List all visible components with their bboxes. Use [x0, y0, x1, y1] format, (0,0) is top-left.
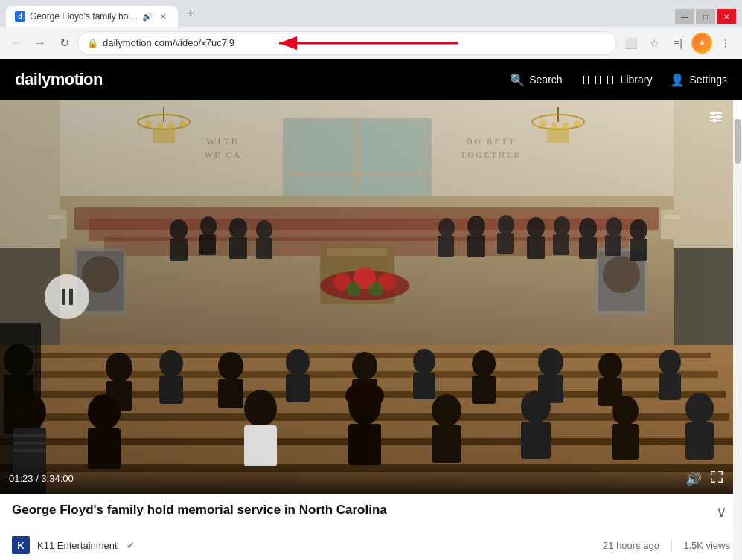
svg-point-130: [711, 112, 715, 115]
library-icon: ⫼⫼⫼: [581, 73, 616, 86]
refresh-button[interactable]: ↻: [54, 33, 74, 54]
video-info: George Floyd's family hold memorial serv…: [0, 494, 742, 530]
play-pause-button[interactable]: [45, 274, 89, 319]
dm-logo: dailymotion: [15, 70, 103, 89]
search-icon: 🔍: [510, 73, 525, 87]
new-tab-button[interactable]: +: [181, 3, 201, 25]
svg-point-132: [713, 119, 717, 123]
svg-rect-138: [711, 478, 712, 483]
minimize-button[interactable]: —: [675, 9, 694, 24]
profile-avatar: ★: [693, 34, 711, 52]
active-tab[interactable]: d George Floyd's family hol... 🔊 ×: [6, 6, 178, 27]
forward-button[interactable]: →: [30, 33, 51, 54]
close-button[interactable]: ✕: [717, 9, 736, 24]
dm-nav: 🔍 Search ⫼⫼⫼ Library 👤 Settings: [510, 73, 727, 87]
video-time: 01:23 / 3:34:00: [9, 473, 74, 484]
meta-separator: |: [670, 538, 673, 552]
nav-settings[interactable]: 👤 Settings: [670, 73, 727, 87]
video-meta: K K11 Entertainment ✔ 21 hours ago | 1.5…: [0, 530, 742, 560]
video-controls: 01:23 / 3:34:00 🔊: [0, 463, 733, 494]
svg-rect-134: [711, 471, 712, 475]
profile-button[interactable]: ★: [691, 33, 712, 54]
video-title: George Floyd's family hold memorial serv…: [12, 503, 387, 518]
window-controls: — □ ✕: [675, 9, 736, 27]
tab-favicon: d: [15, 11, 25, 22]
menu-button[interactable]: ⋮: [715, 33, 736, 54]
expand-button[interactable]: ∨: [713, 503, 730, 521]
tab-title: George Floyd's family hol...: [30, 11, 138, 22]
person-icon: 👤: [670, 73, 685, 87]
volume-button[interactable]: 🔊: [685, 471, 702, 487]
video-time-ago: 21 hours ago: [603, 540, 659, 551]
toolbar-right: ⬜ ☆ ≡| ★ ⋮: [620, 33, 736, 54]
video-scene[interactable]: WITH WE CA DO BETT TOGETHER: [0, 100, 733, 494]
svg-rect-140: [722, 478, 723, 483]
nav-library[interactable]: ⫼⫼⫼ Library: [581, 73, 653, 86]
maximize-button[interactable]: □: [696, 9, 715, 24]
svg-point-131: [717, 115, 721, 119]
nav-search[interactable]: 🔍 Search: [510, 73, 562, 87]
lock-icon: 🔒: [87, 38, 98, 48]
svg-rect-136: [722, 471, 723, 475]
channel-name[interactable]: K11 Entertainment: [37, 540, 118, 551]
address-bar[interactable]: 🔒 dailymotion.com/video/x7uc7l9: [77, 31, 617, 55]
bookmark-button[interactable]: ☆: [644, 33, 665, 54]
pause-icon: [62, 289, 73, 305]
extensions-button[interactable]: ≡|: [668, 33, 688, 54]
url-input[interactable]: dailymotion.com/video/x7uc7l9: [103, 37, 607, 48]
video-views: 1.5K views: [683, 540, 730, 551]
fullscreen-button[interactable]: [709, 469, 724, 488]
video-settings-icon[interactable]: [708, 109, 724, 129]
tab-bar: d George Floyd's family hol... 🔊 × + — □…: [0, 0, 742, 27]
cast-button[interactable]: ⬜: [620, 33, 641, 54]
channel-icon: K: [12, 536, 30, 554]
dm-header: dailymotion 🔍 Search ⫼⫼⫼ Library 👤 Setti…: [0, 59, 742, 100]
address-bar-row: ← → ↻ 🔒 dailymotion.com/video/x7uc7l9 ⬜ …: [0, 27, 742, 59]
page-content: dailymotion 🔍 Search ⫼⫼⫼ Library 👤 Setti…: [0, 59, 742, 560]
scrollbar-track[interactable]: [733, 119, 742, 560]
browser-frame: d George Floyd's family hol... 🔊 × + — □…: [0, 0, 742, 560]
nav-settings-label: Settings: [689, 74, 727, 86]
tab-close-button[interactable]: ×: [157, 10, 169, 22]
back-button[interactable]: ←: [6, 33, 27, 54]
tab-audio-icon: 🔊: [142, 12, 153, 22]
video-frame: WITH WE CA DO BETT TOGETHER: [0, 100, 733, 494]
nav-search-label: Search: [529, 74, 562, 86]
verified-icon: ✔: [127, 540, 135, 551]
video-container: WITH WE CA DO BETT TOGETHER: [0, 100, 733, 494]
scrollbar-thumb[interactable]: [735, 119, 741, 164]
nav-library-label: Library: [621, 74, 653, 86]
